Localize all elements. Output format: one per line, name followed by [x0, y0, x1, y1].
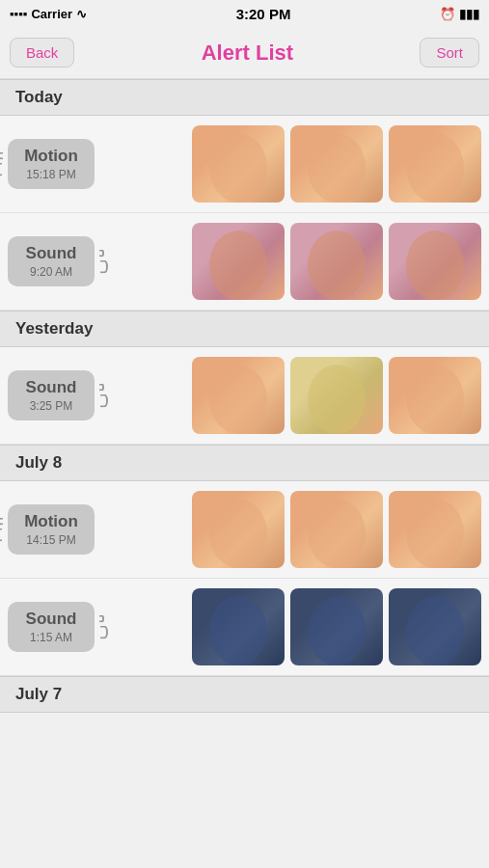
status-bar: ▪▪▪▪ Carrier ∿ 3:20 PM ⏰ ▮▮▮: [0, 0, 489, 27]
alert-row[interactable]: Sound3:25 PM: [0, 347, 489, 445]
signal-icon: ▪▪▪▪: [10, 7, 27, 21]
alert-label: Motion15:18 PM: [8, 139, 95, 189]
section-header-today: Today: [0, 79, 489, 116]
thumbnail[interactable]: [192, 357, 285, 434]
thumbnail[interactable]: [192, 491, 285, 568]
sort-button[interactable]: Sort: [420, 38, 479, 68]
thumbnail[interactable]: [290, 491, 383, 568]
status-right: ⏰ ▮▮▮: [440, 7, 479, 21]
svg-point-2: [406, 133, 464, 203]
carrier-label: Carrier: [31, 7, 72, 21]
status-left: ▪▪▪▪ Carrier ∿: [10, 7, 87, 21]
svg-point-10: [308, 499, 366, 568]
thumbnail[interactable]: [290, 125, 383, 203]
thumbnail[interactable]: [290, 357, 383, 434]
alert-row[interactable]: Motion14:15 PM: [0, 481, 489, 579]
alert-label: Sound9:20 AM: [8, 236, 95, 286]
thumbnail-group: [100, 357, 481, 434]
alert-row[interactable]: Sound1:15 AM: [0, 579, 489, 676]
svg-point-12: [209, 596, 267, 665]
svg-point-7: [308, 365, 366, 434]
thumbnail-group: [100, 223, 481, 300]
svg-point-4: [308, 231, 366, 300]
alert-time-text: 14:15 PM: [26, 533, 75, 547]
thumbnail[interactable]: [290, 588, 383, 665]
section-header-july8: July 8: [0, 445, 489, 481]
thumbnail[interactable]: [389, 491, 481, 568]
alert-type-text: Motion: [24, 512, 78, 531]
section-header-yesterday: Yesterday: [0, 311, 489, 347]
svg-point-14: [406, 596, 464, 665]
svg-point-5: [406, 231, 464, 300]
svg-point-0: [209, 133, 267, 203]
alert-label: Sound1:15 AM: [8, 602, 95, 652]
page-title: Alert List: [202, 41, 293, 66]
alert-time-text: 1:15 AM: [30, 631, 72, 644]
alert-label: Motion14:15 PM: [8, 504, 95, 555]
back-button[interactable]: Back: [10, 38, 74, 68]
battery-icon: ▮▮▮: [459, 7, 479, 21]
thumbnail-group: [100, 588, 481, 665]
nav-bar: Back Alert List Sort: [0, 27, 489, 79]
thumbnail[interactable]: [192, 125, 285, 203]
svg-point-8: [406, 365, 464, 434]
content-area: TodayMotion15:18 PMSound9:20 AMYesterday…: [0, 79, 489, 713]
section-header-july7: July 7: [0, 676, 489, 713]
thumbnail[interactable]: [389, 357, 481, 434]
svg-point-11: [406, 499, 464, 568]
alert-label: Sound3:25 PM: [8, 370, 95, 420]
alert-type-text: Sound: [26, 244, 77, 263]
clock-icon: ⏰: [440, 7, 455, 21]
alert-time-text: 3:25 PM: [30, 399, 73, 413]
svg-point-1: [308, 133, 366, 203]
thumbnail[interactable]: [192, 223, 285, 300]
alert-row[interactable]: Motion15:18 PM: [0, 116, 489, 213]
thumbnail[interactable]: [389, 125, 481, 203]
svg-point-9: [209, 499, 267, 568]
motion-wave-icon: [0, 151, 3, 176]
alert-type-text: Motion: [24, 147, 78, 166]
thumbnail[interactable]: [290, 223, 383, 300]
thumbnail[interactable]: [389, 223, 481, 300]
thumbnail-group: [100, 491, 481, 568]
wifi-icon: ∿: [76, 7, 87, 21]
status-time: 3:20 PM: [236, 6, 291, 22]
alert-row[interactable]: Sound9:20 AM: [0, 213, 489, 311]
thumbnail[interactable]: [389, 588, 481, 665]
svg-point-3: [209, 231, 267, 300]
alert-type-text: Sound: [26, 378, 77, 397]
sound-wave-icon: [99, 383, 108, 407]
alert-time-text: 15:18 PM: [26, 168, 75, 181]
alert-time-text: 9:20 AM: [30, 265, 72, 279]
sound-wave-icon: [99, 249, 108, 273]
svg-point-6: [209, 365, 267, 434]
sound-wave-icon: [99, 614, 108, 638]
thumbnail[interactable]: [192, 588, 285, 665]
svg-point-13: [308, 596, 366, 665]
alert-type-text: Sound: [26, 610, 77, 629]
motion-wave-icon: [0, 517, 3, 541]
thumbnail-group: [100, 125, 481, 203]
